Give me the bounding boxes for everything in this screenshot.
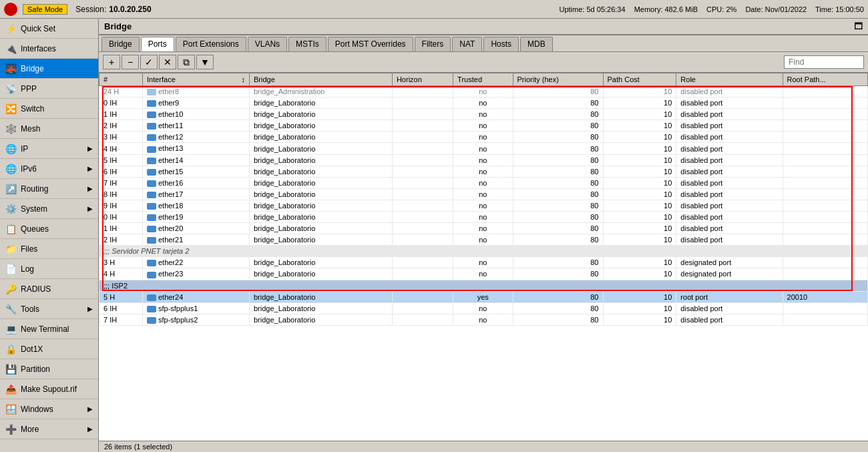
- radius-icon: 🔑: [5, 284, 17, 294]
- sidebar-item-make-supout[interactable]: 📤 Make Supout.rif: [0, 379, 98, 399]
- cell-bridge: bridge_Laboratorio: [249, 291, 392, 302]
- tab-vlans[interactable]: VLANs: [248, 37, 287, 51]
- cell-trusted: no: [453, 120, 513, 132]
- cell-priority: 80: [513, 143, 603, 154]
- enable-button[interactable]: ✓: [140, 55, 158, 69]
- make-supout-icon: 📤: [5, 384, 17, 395]
- cell-num: 2 IH: [99, 120, 143, 132]
- sidebar-item-quick-set[interactable]: ⚡ Quick Set: [0, 19, 98, 39]
- cell-interface: ether22: [142, 257, 249, 268]
- status-bar: 26 items (1 selected): [99, 441, 868, 452]
- disable-button[interactable]: ✕: [159, 55, 176, 69]
- table-row[interactable]: 9 IH ether18 bridge_Laboratorio no 80 10…: [99, 200, 868, 211]
- filter-button[interactable]: ▼: [196, 55, 214, 69]
- uptime-value: 5d 05:26:34: [586, 5, 625, 13]
- cell-root-path: [783, 268, 867, 280]
- sidebar-item-windows[interactable]: 🪟 Windows ▶: [0, 399, 98, 419]
- table-row[interactable]: 2 IH ether11 bridge_Laboratorio no 80 10…: [99, 120, 868, 132]
- maximize-icon[interactable]: 🗖: [854, 21, 863, 31]
- table-row[interactable]: 6 IH ether15 bridge_Laboratorio no 80 10…: [99, 166, 868, 177]
- tab-ports[interactable]: Ports: [141, 37, 174, 51]
- cell-bridge: bridge_Laboratorio: [249, 132, 392, 143]
- sidebar-item-interfaces[interactable]: 🔌 Interfaces: [0, 39, 98, 59]
- col-bridge: Bridge: [249, 73, 392, 86]
- cell-bridge: bridge_Laboratorio: [249, 302, 392, 314]
- cell-interface: ether16: [142, 177, 249, 188]
- tab-hosts[interactable]: Hosts: [483, 37, 519, 51]
- sidebar-item-tools[interactable]: 🔧 Tools ▶: [0, 299, 98, 319]
- sidebar-label-radius: RADIUS: [21, 284, 51, 294]
- sidebar-item-bridge[interactable]: 🌉 Bridge: [0, 59, 98, 79]
- find-box: [784, 55, 864, 69]
- sidebar-item-ipv6[interactable]: 🌐 IPv6 ▶: [0, 159, 98, 179]
- cell-path-cost: 10: [603, 120, 676, 132]
- cell-num: 9 IH: [99, 200, 143, 211]
- cell-trusted: no: [453, 97, 513, 109]
- cell-root-path: [783, 120, 867, 132]
- table-row[interactable]: 1 IH ether10 bridge_Laboratorio no 80 10…: [99, 109, 868, 120]
- table-row[interactable]: ;;; ISP2: [99, 280, 868, 291]
- table-row[interactable]: 7 IH sfp-sfpplus2 bridge_Laboratorio no …: [99, 314, 868, 325]
- table-row[interactable]: 4 H ether23 bridge_Laboratorio no 80 10 …: [99, 268, 868, 280]
- table-row[interactable]: 5 IH ether14 bridge_Laboratorio no 80 10…: [99, 154, 868, 166]
- sidebar-item-routing[interactable]: ↗️ Routing ▶: [0, 179, 98, 199]
- tab-mstis[interactable]: MSTIs: [288, 37, 327, 51]
- remove-button[interactable]: −: [122, 55, 139, 69]
- cell-interface: ether17: [142, 188, 249, 200]
- tab-nat[interactable]: NAT: [452, 37, 482, 51]
- sidebar-item-new-terminal[interactable]: 💻 New Terminal: [0, 319, 98, 339]
- sidebar-item-queues[interactable]: 📋 Queues: [0, 219, 98, 239]
- session-label: Session:: [75, 5, 106, 14]
- table-row[interactable]: ;;; Servidor PNET tarjeta 2: [99, 246, 868, 257]
- sidebar-item-files[interactable]: 📁 Files: [0, 239, 98, 259]
- tab-port-mst-overrides[interactable]: Port MST Overrides: [328, 37, 413, 51]
- add-button[interactable]: +: [103, 55, 120, 69]
- cell-trusted: no: [453, 154, 513, 166]
- sidebar-item-dot1x[interactable]: 🔒 Dot1X: [0, 339, 98, 359]
- cell-trusted: no: [453, 223, 513, 234]
- sidebar-item-switch[interactable]: 🔀 Switch: [0, 99, 98, 119]
- sidebar-item-more[interactable]: ➕ More ▶: [0, 419, 98, 439]
- table-row[interactable]: 5 H ether24 bridge_Laboratorio yes 80 10…: [99, 291, 868, 302]
- sidebar-item-ppp[interactable]: 📡 PPP: [0, 79, 98, 99]
- table-row[interactable]: 0 IH ether9 bridge_Laboratorio no 80 10 …: [99, 97, 868, 109]
- table-row[interactable]: 4 IH ether13 bridge_Laboratorio no 80 10…: [99, 143, 868, 154]
- time-label: Time:: [815, 5, 833, 13]
- cell-root-path: [783, 109, 867, 120]
- logo-icon: [4, 3, 17, 16]
- sidebar-item-radius[interactable]: 🔑 RADIUS: [0, 279, 98, 299]
- sidebar-item-system[interactable]: ⚙️ System ▶: [0, 199, 98, 219]
- sidebar-label-bridge: Bridge: [21, 64, 44, 73]
- cell-priority: 80: [513, 302, 603, 314]
- sidebar-item-partition[interactable]: 💾 Partition: [0, 359, 98, 379]
- find-input[interactable]: [784, 55, 864, 69]
- routing-icon: ↗️: [5, 184, 17, 194]
- sidebar-item-log[interactable]: 📄 Log: [0, 259, 98, 279]
- cell-priority: 80: [513, 314, 603, 325]
- cell-role: disabled port: [676, 86, 783, 97]
- tab-mdb[interactable]: MDB: [520, 37, 553, 51]
- window-title-bar: Bridge 🗖: [99, 19, 868, 35]
- cell-root-path: [783, 154, 867, 166]
- cell-num: 6 IH: [99, 166, 143, 177]
- sidebar-item-mesh[interactable]: 🕸️ Mesh: [0, 119, 98, 139]
- table-row[interactable]: 8 IH ether17 bridge_Laboratorio no 80 10…: [99, 188, 868, 200]
- table-row[interactable]: 3 IH ether12 bridge_Laboratorio no 80 10…: [99, 132, 868, 143]
- cell-num: 7 IH: [99, 177, 143, 188]
- cell-root-path: [783, 132, 867, 143]
- copy-button[interactable]: ⧉: [178, 55, 195, 69]
- status-info: Uptime: 5d 05:26:34 Memory: 482.6 MiB CP…: [560, 5, 865, 13]
- tab-filters[interactable]: Filters: [415, 37, 451, 51]
- cell-role: disabled port: [676, 302, 783, 314]
- sidebar-label-windows: Windows: [21, 405, 53, 414]
- table-row[interactable]: 1 IH ether20 bridge_Laboratorio no 80 10…: [99, 223, 868, 234]
- table-row[interactable]: 0 IH ether19 bridge_Laboratorio no 80 10…: [99, 212, 868, 223]
- table-row[interactable]: 7 IH ether16 bridge_Laboratorio no 80 10…: [99, 177, 868, 188]
- table-row[interactable]: 24 H ether8 bridge_Administration no 80 …: [99, 86, 868, 97]
- table-row[interactable]: 3 H ether22 bridge_Laboratorio no 80 10 …: [99, 257, 868, 268]
- sidebar-item-ip[interactable]: 🌐 IP ▶: [0, 139, 98, 159]
- tab-port-extensions[interactable]: Port Extensions: [176, 37, 246, 51]
- table-row[interactable]: 2 IH ether21 bridge_Laboratorio no 80 10…: [99, 234, 868, 246]
- table-row[interactable]: 6 IH sfp-sfpplus1 bridge_Laboratorio no …: [99, 302, 868, 314]
- tab-bridge[interactable]: Bridge: [101, 37, 140, 51]
